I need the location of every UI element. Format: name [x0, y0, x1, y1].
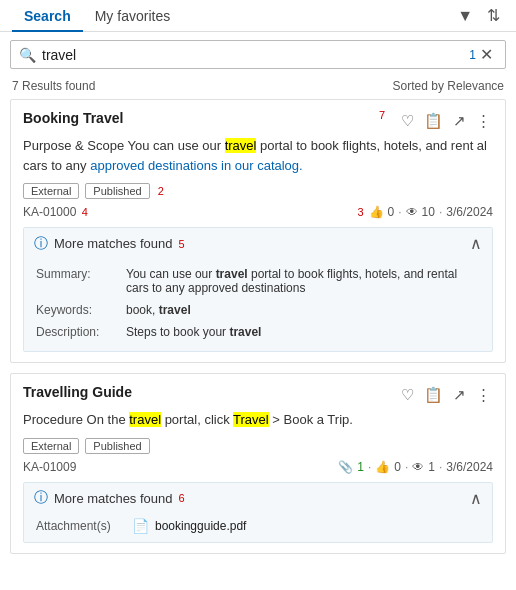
tag-count: 2 [158, 185, 164, 197]
action-count: 7 [379, 109, 385, 121]
results-bar: 7 Results found Sorted by Relevance [0, 77, 516, 99]
body-text-1: Purpose & Scope You can use our [23, 138, 225, 153]
attachment-row: Attachment(s) 📄 bookingguide.pdf [24, 514, 492, 542]
copy-button-2[interactable]: 📋 [422, 384, 445, 406]
body-text-2a: Procedure On the [23, 412, 129, 427]
more-matches-label-2: More matches found [54, 491, 173, 506]
attachment-label: Attachment(s) [36, 519, 126, 533]
more-matches-toggle-2[interactable]: ⓘ More matches found 6 ∧ [24, 483, 492, 514]
tags-row: External Published 2 [23, 183, 493, 199]
more-matches-section: ⓘ More matches found 5 ∧ Summary: You ca… [23, 227, 493, 352]
info-icon-2: ⓘ [34, 489, 48, 507]
filter-button[interactable]: ▼ [453, 3, 477, 29]
meta-row-2: KA-01009 📎 1 · 👍 0 · 👁 1 · 3/6/2024 [23, 460, 493, 474]
date-2: 3/6/2024 [446, 460, 493, 474]
thumbs-count-2: 0 [394, 460, 401, 474]
search-match-count: 1 [469, 48, 476, 62]
sort-label: Sorted by Relevance [393, 79, 504, 93]
tab-favorites[interactable]: My favorites [83, 0, 182, 32]
stats-count3: 3 [357, 206, 363, 218]
views-count: 10 [422, 205, 435, 219]
match-row-keywords: Keywords: book, travel [36, 299, 480, 321]
chevron-up-icon: ∧ [470, 234, 482, 253]
card-header-2: Travelling Guide ♡ 📋 ↗ ⋮ [23, 384, 493, 406]
body-text-2c: > Book a Trip. [269, 412, 353, 427]
match-row-summary: Summary: You can use our travel portal t… [36, 263, 480, 299]
search-icon: 🔍 [19, 47, 36, 63]
card-body: Purpose & Scope You can use our travel p… [23, 136, 493, 175]
more-matches-count: 5 [179, 238, 185, 250]
match-label-summary: Summary: [36, 267, 126, 295]
tag-external: External [23, 183, 79, 199]
pdf-icon: 📄 [132, 518, 149, 534]
more-matches-count-2: 6 [179, 492, 185, 504]
more-matches-title: ⓘ More matches found 5 [34, 235, 185, 253]
match-value-summary: You can use our travel portal to book fl… [126, 267, 480, 295]
card-booking-travel: Booking Travel 7 ♡ 📋 ↗ ⋮ Purpose & Scope… [10, 99, 506, 363]
attachment-filename: bookingguide.pdf [155, 519, 246, 533]
search-input[interactable] [42, 47, 465, 63]
search-bar: 🔍 1 ✕ [10, 40, 506, 69]
favorite-button[interactable]: ♡ [399, 110, 416, 132]
card-title: Booking Travel [23, 110, 123, 126]
meta-row: KA-01000 4 3 👍 0 · 👁 10 · 3/6/2024 [23, 205, 493, 219]
chevron-up-icon-2: ∧ [470, 489, 482, 508]
stats-2: 📎 1 · 👍 0 · 👁 1 · 3/6/2024 [338, 460, 493, 474]
info-icon: ⓘ [34, 235, 48, 253]
more-matches-section-2: ⓘ More matches found 6 ∧ Attachment(s) 📄… [23, 482, 493, 543]
tag-published-2: Published [85, 438, 149, 454]
tab-toolbar: ▼ ⇅ [453, 0, 504, 31]
date: 3/6/2024 [446, 205, 493, 219]
more-button[interactable]: ⋮ [474, 110, 493, 132]
clear-search-button[interactable]: ✕ [476, 45, 497, 64]
views-count-2: 1 [428, 460, 435, 474]
body-text-2b: portal, click [161, 412, 233, 427]
match-label-description: Description: [36, 325, 126, 339]
favorite-button-2[interactable]: ♡ [399, 384, 416, 406]
stats: 3 👍 0 · 👁 10 · 3/6/2024 [357, 205, 493, 219]
more-matches-toggle[interactable]: ⓘ More matches found 5 ∧ [24, 228, 492, 259]
ka-id-2: KA-01009 [23, 460, 76, 474]
more-matches-title-2: ⓘ More matches found 6 [34, 489, 185, 507]
tab-bar: Search My favorites ▼ ⇅ [0, 0, 516, 32]
tag-published: Published [85, 183, 149, 199]
card-body-2: Procedure On the travel portal, click Tr… [23, 410, 493, 430]
thumbs-icon-2: 👍 [375, 460, 390, 474]
attach-count: 1 [357, 460, 364, 474]
match-label-keywords: Keywords: [36, 303, 126, 317]
share-button[interactable]: ↗ [451, 110, 468, 132]
ka-count: 4 [82, 206, 88, 218]
ka-id: KA-01000 4 [23, 205, 88, 219]
more-button-2[interactable]: ⋮ [474, 384, 493, 406]
card-header: Booking Travel 7 ♡ 📋 ↗ ⋮ [23, 110, 493, 132]
match-value-description: Steps to book your travel [126, 325, 261, 339]
tab-search[interactable]: Search [12, 0, 83, 32]
attach-icon: 📎 [338, 460, 353, 474]
tags-row-2: External Published [23, 438, 493, 454]
highlight-travel-2: travel [129, 412, 161, 427]
match-value-keywords: book, travel [126, 303, 191, 317]
match-row-description: Description: Steps to book your travel [36, 321, 480, 343]
card-title-2: Travelling Guide [23, 384, 132, 400]
match-detail: Summary: You can use our travel portal t… [24, 259, 492, 351]
more-matches-label: More matches found [54, 236, 173, 251]
card-travelling-guide: Travelling Guide ♡ 📋 ↗ ⋮ Procedure On th… [10, 373, 506, 554]
highlight-travel-1: travel [225, 138, 257, 153]
approved-link[interactable]: approved destinations in our catalog. [90, 158, 302, 173]
highlight-travel-3: Travel [233, 412, 269, 427]
sort-button[interactable]: ⇅ [483, 2, 504, 29]
views-icon: 👁 [406, 205, 418, 219]
thumbs-count: 0 [388, 205, 395, 219]
results-count: 7 Results found [12, 79, 95, 93]
card-actions-2: ♡ 📋 ↗ ⋮ [399, 384, 493, 406]
thumbs-icon: 👍 [369, 205, 384, 219]
card-actions: 7 ♡ 📋 ↗ ⋮ [387, 110, 493, 132]
share-button-2[interactable]: ↗ [451, 384, 468, 406]
tag-external-2: External [23, 438, 79, 454]
views-icon-2: 👁 [412, 460, 424, 474]
copy-button[interactable]: 📋 [422, 110, 445, 132]
